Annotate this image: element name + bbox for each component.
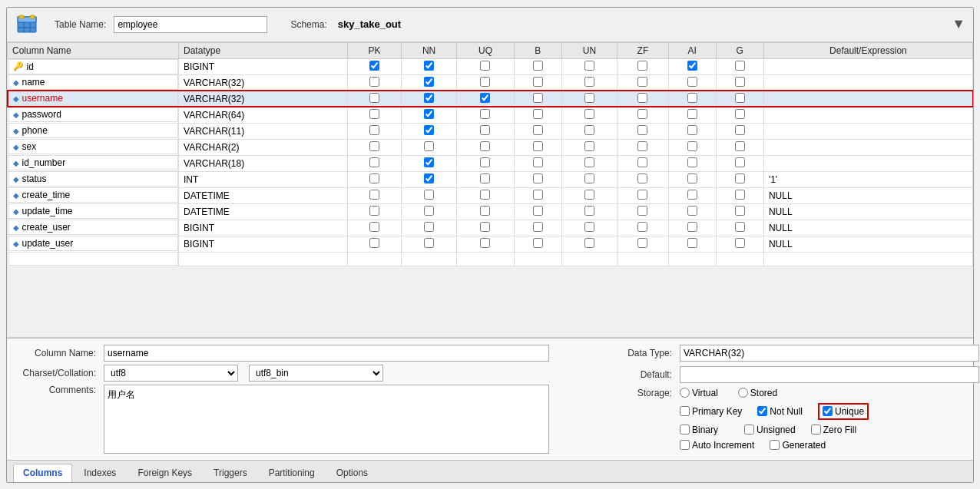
expand-arrow[interactable]: ▼ [952, 16, 965, 32]
col-uq-checkbox[interactable] [480, 222, 490, 232]
col-zf-checkbox[interactable] [637, 77, 647, 87]
primary-key-option[interactable]: Primary Key [680, 406, 742, 417]
col-nn-cell[interactable] [401, 171, 457, 187]
col-zf-cell[interactable] [617, 58, 668, 74]
col-un-cell[interactable] [561, 220, 617, 236]
col-ai-cell[interactable] [668, 220, 716, 236]
col-un-checkbox[interactable] [584, 222, 594, 232]
col-uq-cell[interactable] [457, 187, 514, 203]
col-nn-cell[interactable] [401, 58, 457, 74]
tab-triggers[interactable]: Triggers [204, 464, 257, 481]
col-nn-cell[interactable] [401, 139, 457, 155]
col-b-cell[interactable] [514, 123, 561, 139]
col-pk-checkbox[interactable] [369, 61, 379, 71]
col-un-checkbox[interactable] [584, 61, 594, 71]
col-uq-checkbox[interactable] [480, 77, 490, 87]
col-nn-checkbox[interactable] [424, 125, 434, 135]
col-b-checkbox[interactable] [533, 93, 543, 103]
col-ai-cell[interactable] [668, 203, 716, 220]
col-g-checkbox[interactable] [735, 141, 745, 151]
col-zf-cell[interactable] [617, 187, 668, 203]
col-b-cell[interactable] [514, 107, 561, 123]
col-zf-cell[interactable] [617, 171, 668, 187]
col-uq-cell[interactable] [457, 123, 514, 139]
col-un-checkbox[interactable] [584, 173, 594, 183]
col-ai-checkbox[interactable] [687, 109, 697, 119]
col-ai-cell[interactable] [668, 74, 716, 91]
col-g-checkbox[interactable] [735, 238, 745, 248]
col-pk-cell[interactable] [348, 171, 401, 187]
col-zf-cell[interactable] [617, 139, 668, 155]
col-ai-checkbox[interactable] [687, 173, 697, 183]
col-zf-cell[interactable] [617, 107, 668, 123]
col-un-cell[interactable] [561, 203, 617, 220]
col-b-checkbox[interactable] [533, 61, 543, 71]
col-pk-checkbox[interactable] [369, 77, 379, 87]
col-pk-cell[interactable] [348, 139, 401, 155]
col-ai-cell[interactable] [668, 187, 716, 203]
col-zf-cell[interactable] [617, 203, 668, 220]
col-un-cell[interactable] [561, 123, 617, 139]
col-g-cell[interactable] [716, 203, 763, 220]
col-b-checkbox[interactable] [533, 238, 543, 248]
col-ai-checkbox[interactable] [687, 222, 697, 232]
col-pk-checkbox[interactable] [369, 141, 379, 151]
col-pk-cell[interactable] [348, 155, 401, 171]
col-un-checkbox[interactable] [584, 141, 594, 151]
generated-option[interactable]: Generated [770, 440, 826, 451]
col-un-cell[interactable] [561, 236, 617, 252]
virtual-radio-option[interactable]: Virtual [680, 388, 718, 398]
col-zf-checkbox[interactable] [637, 190, 647, 200]
col-b-cell[interactable] [514, 155, 561, 171]
col-pk-checkbox[interactable] [369, 125, 379, 135]
table-row[interactable]: ◆statusINT'1' [8, 171, 973, 187]
col-pk-cell[interactable] [348, 107, 401, 123]
col-nn-checkbox[interactable] [424, 93, 434, 103]
col-g-cell[interactable] [716, 236, 763, 252]
col-ai-cell[interactable] [668, 155, 716, 171]
col-ai-checkbox[interactable] [687, 61, 697, 71]
col-g-cell[interactable] [716, 220, 763, 236]
col-nn-cell[interactable] [401, 74, 457, 91]
col-zf-cell[interactable] [617, 236, 668, 252]
col-uq-cell[interactable] [457, 203, 514, 220]
col-un-checkbox[interactable] [584, 77, 594, 87]
col-ai-checkbox[interactable] [687, 206, 697, 216]
primary-key-checkbox[interactable] [680, 406, 690, 416]
col-pk-cell[interactable] [348, 220, 401, 236]
col-pk-checkbox[interactable] [369, 238, 379, 248]
col-ai-cell[interactable] [668, 236, 716, 252]
col-uq-checkbox[interactable] [480, 61, 490, 71]
table-row[interactable]: ◆sexVARCHAR(2) [8, 139, 973, 155]
col-uq-cell[interactable] [457, 58, 514, 74]
generated-checkbox[interactable] [770, 440, 780, 450]
col-zf-cell[interactable] [617, 220, 668, 236]
col-ai-cell[interactable] [668, 171, 716, 187]
col-b-checkbox[interactable] [533, 109, 543, 119]
tab-foreign-keys[interactable]: Foreign Keys [127, 464, 202, 481]
col-g-cell[interactable] [716, 74, 763, 91]
col-zf-checkbox[interactable] [637, 61, 647, 71]
table-row[interactable]: ◆update_userBIGINTNULL [8, 236, 973, 252]
col-zf-checkbox[interactable] [637, 109, 647, 119]
col-g-cell[interactable] [716, 107, 763, 123]
col-g-checkbox[interactable] [735, 77, 745, 87]
col-uq-checkbox[interactable] [480, 190, 490, 200]
col-g-cell[interactable] [716, 123, 763, 139]
col-zf-checkbox[interactable] [637, 93, 647, 103]
col-g-checkbox[interactable] [735, 109, 745, 119]
col-nn-checkbox[interactable] [424, 109, 434, 119]
col-ai-checkbox[interactable] [687, 125, 697, 135]
auto-increment-option[interactable]: Auto Increment [680, 440, 754, 451]
col-pk-cell[interactable] [348, 91, 401, 107]
col-pk-checkbox[interactable] [369, 109, 379, 119]
col-nn-checkbox[interactable] [424, 77, 434, 87]
col-nn-cell[interactable] [401, 123, 457, 139]
col-zf-checkbox[interactable] [637, 157, 647, 167]
col-nn-cell[interactable] [401, 220, 457, 236]
col-b-cell[interactable] [514, 58, 561, 74]
col-zf-checkbox[interactable] [637, 206, 647, 216]
col-ai-checkbox[interactable] [687, 93, 697, 103]
col-nn-checkbox[interactable] [424, 206, 434, 216]
col-zf-cell[interactable] [617, 91, 668, 107]
